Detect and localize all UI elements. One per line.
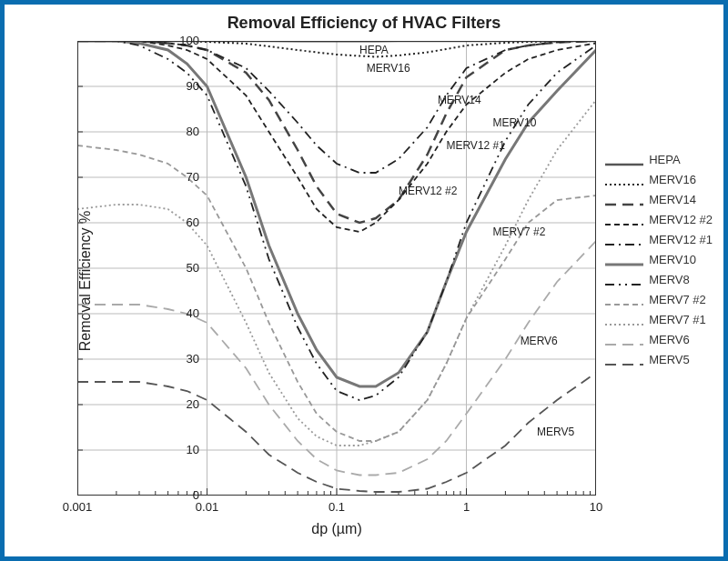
y-tick-label: 40 [163,306,199,320]
y-tick-label: 100 [163,34,199,47]
series-annotation: MERV6 [521,335,558,347]
legend-label: MERV12 #1 [649,230,713,250]
legend-item: MERV12 #1 [605,230,713,250]
y-tick-label: 20 [163,397,199,411]
x-tick-label: 1 [463,500,470,514]
series-annotation: MERV5 [537,426,574,438]
y-tick-label: 0 [163,488,199,502]
x-tick-label: 0.01 [196,500,218,514]
y-tick-label: 30 [163,352,199,366]
legend-item: MERV12 #2 [605,210,713,230]
legend-item: MERV14 [605,190,713,210]
legend-label: MERV8 [649,270,690,290]
y-tick-label: 80 [163,125,199,138]
plot-border [77,41,596,496]
legend-label: MERV14 [649,190,696,210]
legend-item: HEPA [605,150,713,170]
series-annotation: MERV14 [438,94,481,106]
legend-item: MERV10 [605,250,713,270]
series-annotation: HEPA [359,44,389,56]
legend-item: MERV7 #2 [605,290,713,310]
legend-label: MERV12 #2 [649,210,713,230]
legend-item: MERV8 [605,270,713,290]
legend-label: MERV7 #2 [649,290,706,310]
chart-title: Removal Efficiency of HVAC Filters [5,14,723,33]
x-axis-label: dp (µm) [77,521,596,537]
legend-item: MERV7 #1 [605,310,713,330]
series-annotation: MERV10 [493,116,537,129]
series-annotation: MERV12 #1 [446,139,504,152]
series-annotation: MERV12 #2 [399,185,457,197]
x-tick-label: 10 [590,500,602,514]
series-annotation: MERV16 [367,62,410,75]
legend-item: MERV5 [605,350,713,370]
x-tick-label: 0.001 [63,500,93,514]
legend-label: HEPA [649,150,680,170]
legend-item: MERV6 [605,330,713,350]
plot-area: HEPAMERV16MERV14MERV10MERV12 #1MERV12 #2… [77,41,596,496]
legend-label: MERV16 [649,170,696,190]
y-tick-label: 50 [163,261,199,275]
y-tick-label: 70 [163,170,199,184]
series-annotation: MERV7 #2 [493,225,546,238]
legend-label: MERV5 [649,350,690,370]
y-tick-label: 90 [163,79,199,93]
legend-label: MERV6 [649,330,690,350]
legend-label: MERV7 #1 [649,310,706,330]
chart-frame: Removal Efficiency of HVAC Filters Remov… [0,0,728,561]
legend: HEPAMERV16MERV14MERV12 #2MERV12 #1MERV10… [605,150,713,370]
y-tick-label: 10 [163,443,199,456]
x-tick-label: 0.1 [329,500,345,514]
y-tick-label: 60 [163,215,199,229]
legend-label: MERV10 [649,250,696,270]
legend-item: MERV16 [605,170,713,190]
